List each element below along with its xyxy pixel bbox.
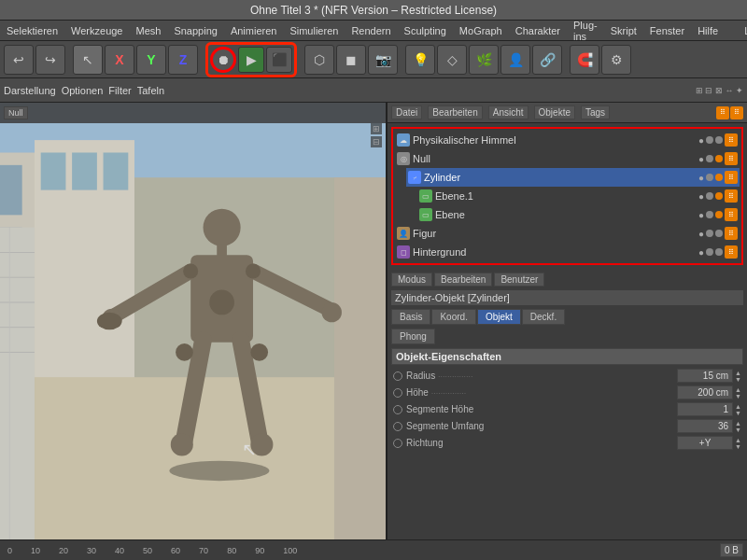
snap-button[interactable]: 🧲 — [570, 45, 599, 75]
obj-drag-ebene1[interactable]: ⠿ — [725, 189, 738, 203]
obj-drag-hintergrund[interactable]: ⠿ — [725, 245, 738, 259]
prop-bearbeiten-btn[interactable]: Bearbeiten — [434, 273, 492, 287]
obj-eye-null[interactable]: ● — [698, 154, 704, 164]
obj-drag-physhimmel[interactable]: ⠿ — [725, 133, 738, 147]
prop-tab-basis[interactable]: Basis — [391, 309, 430, 325]
obj-row-zylinder[interactable]: ⌿ Zylinder ● ⠿ — [406, 168, 740, 187]
obj-eye-ebene[interactable]: ● — [698, 210, 704, 220]
obj-row-physhimmel[interactable]: ☁ Physikalischer Himmel ● ⠿ — [395, 131, 740, 149]
camera-button[interactable]: 📷 — [368, 45, 398, 75]
menu-sculpting[interactable]: Sculpting — [402, 24, 449, 37]
z-axis-button[interactable]: Z — [168, 45, 198, 75]
obj-eye-zylinder[interactable]: ● — [698, 173, 704, 183]
undo-button[interactable]: ↩ — [4, 45, 34, 75]
rp-objekte-btn[interactable]: Objekte — [534, 105, 575, 119]
prop-arrow-up-hoehe[interactable]: ▲ — [735, 386, 741, 393]
keyframe-button[interactable]: ⬛ — [266, 47, 292, 73]
drag-icon-2[interactable]: ⠿ — [730, 106, 743, 119]
prop-value-richtung[interactable]: +Y — [677, 436, 733, 450]
object-hierarchy: ☁ Physikalischer Himmel ● ⠿ ◎ Null ● ⠿ — [391, 127, 743, 265]
y-axis-button[interactable]: Y — [136, 45, 166, 75]
obj-drag-ebene[interactable]: ⠿ — [725, 208, 738, 221]
prop-radio-seg-hoehe[interactable] — [393, 405, 402, 414]
render-button[interactable]: ◼ — [336, 45, 366, 75]
render-preview-button[interactable]: ⬡ — [304, 45, 334, 75]
menu-simulieren[interactable]: Simulieren — [287, 24, 341, 37]
prop-benutzer-btn[interactable]: Benutzer — [494, 273, 544, 287]
record-button[interactable]: ⏺ — [210, 47, 236, 73]
prop-arrow-down-seg-hoehe[interactable]: ▼ — [735, 410, 741, 416]
prop-arrow-up-seg-umfang[interactable]: ▲ — [735, 420, 741, 427]
prop-arrow-down-seg-umfang[interactable]: ▼ — [735, 427, 741, 433]
prop-radio-hoehe[interactable] — [393, 388, 402, 398]
obj-drag-null[interactable]: ⠿ — [725, 152, 738, 165]
play-forward-button[interactable]: ▶ — [238, 47, 264, 73]
obj-eye-figur[interactable]: ● — [698, 229, 704, 239]
prop-value-radius[interactable]: 15 cm — [677, 369, 733, 383]
toolbar2-optionen[interactable]: Optionen — [62, 85, 104, 96]
prop-phong-tab[interactable]: Phong — [391, 329, 435, 344]
rp-datei-btn[interactable]: Datei — [391, 105, 422, 119]
x-axis-button[interactable]: X — [105, 45, 134, 75]
prop-radio-seg-umfang[interactable] — [393, 422, 402, 431]
prop-arrow-up-radius[interactable]: ▲ — [735, 370, 741, 376]
obj-row-hintergrund[interactable]: ◻ Hintergrund ● ⠿ — [395, 243, 740, 261]
toolbar2-darstellung[interactable]: Darstellung — [4, 85, 56, 96]
timeline-numbers[interactable]: 0 10 20 30 40 50 60 70 80 90 100 — [7, 546, 720, 555]
menu-mograph[interactable]: MoGraph — [457, 24, 505, 37]
obj-eye-physhimmel[interactable]: ● — [698, 135, 704, 146]
obj-row-figur[interactable]: 👤 Figur ● ⠿ — [395, 224, 740, 243]
prop-radio-richtung[interactable] — [393, 439, 402, 448]
rp-tags-btn[interactable]: Tags — [581, 105, 610, 119]
obj-row-ebene[interactable]: ▭ Ebene ● ⠿ — [417, 205, 740, 224]
cursor-tool-button[interactable]: ↖ — [73, 45, 103, 75]
rp-ansicht-btn[interactable]: Ansicht — [488, 105, 529, 119]
prop-tab-deckf[interactable]: Deckf. — [522, 309, 565, 325]
viewport[interactable]: Null — [0, 103, 388, 539]
menu-hilfe[interactable]: Hilfe — [695, 24, 721, 37]
prop-arrows-hoehe: ▲ ▼ — [735, 386, 741, 399]
settings-button[interactable]: ⚙ — [601, 45, 631, 75]
constraint-button[interactable]: 🔗 — [532, 45, 562, 75]
prop-arrow-down-hoehe[interactable]: ▼ — [735, 393, 741, 399]
obj-drag-zylinder[interactable]: ⠿ — [725, 171, 738, 184]
menu-animieren[interactable]: Animieren — [228, 24, 280, 37]
prop-value-seg-hoehe[interactable]: 1 — [677, 402, 733, 416]
character-button[interactable]: 👤 — [500, 45, 530, 75]
obj-row-null[interactable]: ◎ Null ● ⠿ — [395, 149, 740, 168]
prop-tab-koord[interactable]: Koord. — [431, 309, 475, 325]
menu-skript[interactable]: Skript — [608, 24, 640, 37]
menu-snapping[interactable]: Snapping — [171, 24, 220, 37]
menu-rendern[interactable]: Rendern — [348, 24, 393, 37]
menu-charakter[interactable]: Charakter — [513, 24, 563, 37]
prop-arrow-up-richtung[interactable]: ▲ — [735, 437, 741, 443]
prop-modus-btn[interactable]: Modus — [391, 273, 432, 287]
prop-tab-objekt[interactable]: Objekt — [477, 309, 521, 325]
prop-arrow-up-seg-hoehe[interactable]: ▲ — [735, 403, 741, 410]
menu-fenster[interactable]: Fenster — [647, 24, 687, 37]
light-button[interactable]: 💡 — [405, 45, 435, 75]
prop-value-seg-umfang[interactable]: 36 — [677, 419, 733, 433]
menu-plugins[interactable]: Plug-ins — [571, 19, 600, 43]
obj-drag-figur[interactable]: ⠿ — [725, 227, 738, 240]
obj-row-ebene1[interactable]: ▭ Ebene.1 ● ⠿ — [417, 187, 740, 205]
prop-arrow-down-radius[interactable]: ▼ — [735, 376, 741, 383]
menu-werkzeuge[interactable]: Werkzeuge — [68, 24, 125, 37]
prop-radio-radius[interactable] — [393, 371, 402, 381]
obj-icon-figur: 👤 — [397, 227, 410, 240]
drag-icon-1[interactable]: ⠿ — [716, 106, 729, 119]
prop-value-hoehe[interactable]: 200 cm — [677, 385, 733, 399]
prop-arrow-down-richtung[interactable]: ▼ — [735, 443, 741, 450]
obj-eye-hintergrund[interactable]: ● — [698, 247, 704, 258]
mograph-icon-button[interactable]: 🌿 — [469, 45, 499, 75]
redo-button[interactable]: ↪ — [35, 45, 65, 75]
menu-layout[interactable]: Layout: — [741, 24, 747, 37]
vp-view-btn[interactable]: Null — [4, 106, 28, 119]
toolbar2-tafeln[interactable]: Tafeln — [137, 85, 164, 96]
obj-eye-ebene1[interactable]: ● — [698, 191, 704, 202]
menu-mesh[interactable]: Mesh — [133, 24, 163, 37]
deformer-button[interactable]: ◇ — [437, 45, 467, 75]
menu-selektieren[interactable]: Selektieren — [4, 24, 61, 37]
toolbar2-filter[interactable]: Filter — [108, 85, 131, 96]
rp-bearbeiten-btn[interactable]: Bearbeiten — [428, 105, 482, 119]
